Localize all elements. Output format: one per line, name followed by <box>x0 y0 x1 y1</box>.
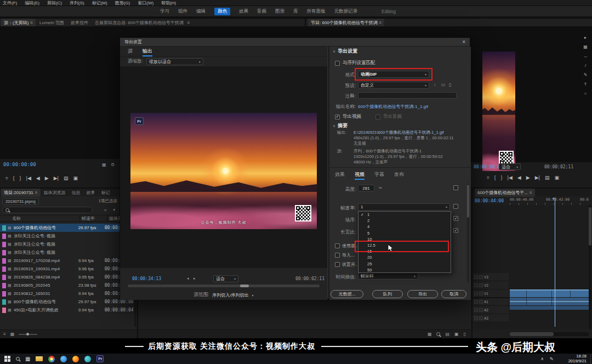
timeline-current-timecode[interactable]: 00:00:44:00 <box>475 198 504 203</box>
track-solo-icon[interactable] <box>479 316 483 320</box>
tab-video-settings[interactable]: 视频 <box>355 171 365 178</box>
source-current-timecode[interactable]: 00:00:00:00 <box>3 162 36 167</box>
tab-captions-settings[interactable]: 字幕 <box>374 171 384 178</box>
project-file-chip[interactable]: 20190731.prproj <box>2 198 39 205</box>
taskbar-clock[interactable]: 18:28 2019/9/21 <box>568 354 587 363</box>
program-fit-dropdown[interactable]: 适合 <box>499 163 521 170</box>
panel-menu-icon[interactable]: ≡ <box>187 20 190 25</box>
framerate-option[interactable]: 4 <box>358 224 451 230</box>
tray-hidden-icons-caret[interactable]: ∧ <box>540 356 544 361</box>
tab-lumetri-scopes[interactable]: Lumetri 范围 <box>37 19 67 27</box>
export-frame-icon[interactable]: ▣ <box>554 175 559 180</box>
aspect-checkbox[interactable] <box>453 228 458 233</box>
list-item[interactable]: ▤450款+电影大片调色效9.94 fps00:00:08:04 <box>0 306 134 314</box>
audio-clip[interactable] <box>510 298 589 305</box>
workspace-tab-libraries[interactable]: 库 <box>293 8 298 15</box>
icon-view-icon[interactable]: ▦ <box>10 332 15 337</box>
go-to-in-icon[interactable]: |◀ <box>508 175 513 180</box>
cancel-button[interactable]: 取消 <box>441 290 466 298</box>
razor-tool-icon[interactable]: / <box>585 63 586 68</box>
field-order-checkbox[interactable] <box>453 216 458 221</box>
workspace-tab-editing[interactable]: 编辑 <box>196 8 206 15</box>
tab-dialog-output[interactable]: 输出 <box>143 48 152 55</box>
list-item[interactable]: ▤20190812_1650319.94 fps00:00:00:00 <box>0 289 134 298</box>
tab-effects[interactable]: 效果 <box>84 189 98 197</box>
tab-dialog-source[interactable]: 源 <box>128 48 133 55</box>
type-tool-icon[interactable]: T <box>584 82 587 87</box>
tab-markers[interactable]: 标记 <box>99 189 113 197</box>
new-bin-icon[interactable]: ▤ <box>445 332 449 337</box>
panel-menu-icon[interactable]: ≡ <box>35 190 38 195</box>
tray-pen-icon[interactable]: ✎ <box>549 356 554 362</box>
menu-item-graphics[interactable]: 图形(G) <box>115 0 130 6</box>
mark-in-icon[interactable]: { <box>13 175 15 181</box>
mark-out-icon[interactable]: } <box>20 175 21 181</box>
track-toggle-icon[interactable] <box>474 292 478 295</box>
menu-item-clip[interactable]: 剪辑(C) <box>47 0 62 6</box>
premiere-taskbar-button[interactable]: Pr <box>96 355 104 362</box>
link-icon[interactable]: ∞ <box>379 185 382 190</box>
tab-source-monitor[interactable]: 源：(无剪辑)≡ <box>1 19 36 27</box>
list-item[interactable]: ▤水印关注公众号: 视频 <box>0 248 134 257</box>
timeline-ruler[interactable]: 00:00:40:00 00:00:42:00 00:00:44:00 <box>510 197 589 205</box>
framerate-option[interactable]: 10 <box>358 236 451 242</box>
menu-item-help[interactable]: 帮助(H) <box>161 0 176 6</box>
track-lock-icon[interactable] <box>479 283 483 287</box>
grid-icon[interactable]: ▦ <box>102 162 106 167</box>
mark-out-icon[interactable]: } <box>501 175 503 180</box>
track-header-v3[interactable]: V3 <box>473 273 509 281</box>
playhead[interactable] <box>555 197 555 327</box>
queue-button[interactable]: 队列 <box>372 290 403 298</box>
add-marker-icon[interactable]: ▿ <box>5 175 8 181</box>
delete-icon[interactable]: ▯ <box>464 332 466 337</box>
ripple-edit-tool-icon[interactable]: ↔ <box>583 54 588 59</box>
windows-start-button[interactable] <box>4 356 10 362</box>
workspace-tab-effects[interactable]: 效果 <box>239 8 248 15</box>
track-solo-icon[interactable] <box>479 308 483 312</box>
list-item[interactable]: ▤20190805_20204523.98 fps00:00:00:00 <box>0 281 134 289</box>
panel-menu-icon[interactable]: ≡ <box>30 20 33 25</box>
timeline-horizontal-scrollbar[interactable] <box>510 332 589 336</box>
framerate-option[interactable]: 15 <box>358 248 451 254</box>
list-item[interactable]: ▤600个摄像机动画信号29.97 fps00:00:00:00 <box>0 224 134 232</box>
video-clip[interactable] <box>510 289 589 297</box>
go-to-in-icon[interactable]: |◀ <box>26 175 31 181</box>
metadata-button[interactable]: 元数据... <box>331 290 363 298</box>
hand-tool-icon[interactable]: ○ <box>584 91 587 96</box>
list-item[interactable]: ▤600个摄像机动画信号29.97 fps00:00:00:00 <box>0 298 134 306</box>
overwrite-icon[interactable]: ▣ <box>73 175 78 181</box>
framerate-option[interactable]: ✓1 <box>358 212 451 218</box>
track-mute-icon[interactable] <box>474 300 478 304</box>
track-header-a3[interactable]: A3 <box>473 314 509 322</box>
format-dropdown[interactable]: 动画GIF <box>358 71 429 78</box>
export-settings-header[interactable]: ∨ 导出设置 <box>333 48 357 55</box>
settings-scrollbar[interactable] <box>467 184 469 282</box>
settings-wrench-icon[interactable]: ⚙ <box>111 162 115 167</box>
automate-to-sequence-icon[interactable]: ▦ <box>428 332 432 337</box>
edge-button[interactable] <box>60 356 67 362</box>
framerate-dropdown[interactable]: 1 <box>358 203 450 211</box>
height-checkbox[interactable] <box>453 185 458 190</box>
playhead-marker-icon[interactable]: ▾ <box>553 196 554 200</box>
taskbar-search-button[interactable] <box>16 357 20 361</box>
list-view-icon[interactable]: ≡ <box>3 332 6 337</box>
close-icon[interactable]: × <box>462 39 465 45</box>
menu-item-file[interactable]: 文件(F) <box>3 0 17 6</box>
track-mute-icon[interactable] <box>474 316 478 320</box>
comment-input[interactable] <box>358 92 457 99</box>
list-item[interactable]: ▤20190826_084238.mp49.95 fps00:00:00:00 <box>0 273 134 281</box>
preview-current-timecode[interactable]: 00:00:34:13 <box>132 276 161 281</box>
framerate-checkbox[interactable] <box>453 204 458 209</box>
time-interpolation-dropdown[interactable]: 帧采样 <box>358 272 418 280</box>
new-item-icon[interactable]: ▣ <box>454 332 459 337</box>
pen-tool-icon[interactable]: ✎ <box>584 72 588 77</box>
step-forward-icon[interactable]: ▶| <box>535 175 540 180</box>
output-name-link[interactable]: 600个摄像机动画信号干扰调-1_1.gif <box>358 104 465 110</box>
save-preset-icon[interactable]: ↓ <box>434 82 436 87</box>
workspace-tab-assembly[interactable]: 组件 <box>178 8 187 15</box>
track-header-a2[interactable]: A2 <box>473 306 509 314</box>
taskview-button[interactable]: ▦ <box>25 356 30 362</box>
selection-tool-icon[interactable]: ▸ <box>584 35 587 40</box>
lift-icon[interactable]: ▤ <box>545 175 550 180</box>
height-input[interactable]: 281 <box>358 185 374 191</box>
